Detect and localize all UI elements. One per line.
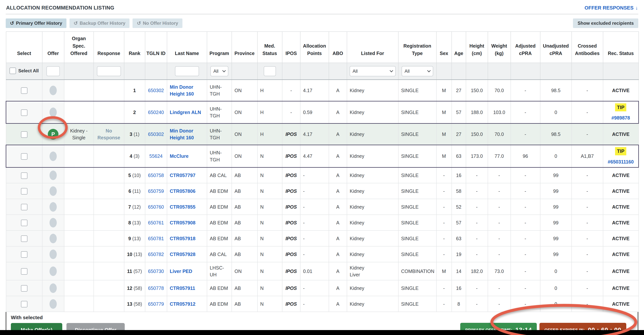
offer-radio[interactable] xyxy=(50,218,57,228)
primary-offer-history-button[interactable]: ↺ Primary Offer History xyxy=(6,18,66,28)
ipos-flag: IPOS xyxy=(286,204,297,210)
tgln-id-link[interactable]: 650778 xyxy=(148,286,164,291)
offer-radio[interactable] xyxy=(50,267,57,276)
tgln-id-link[interactable]: 650730 xyxy=(148,269,164,274)
rank-note: (13) xyxy=(132,252,142,257)
response-filter-input[interactable] xyxy=(97,66,121,76)
reg-cell: SINGLE xyxy=(398,101,436,123)
abo-cell: A xyxy=(329,215,347,231)
offer-radio[interactable] xyxy=(50,284,57,293)
tgln-id-link[interactable]: 650779 xyxy=(148,301,164,307)
last-name-filter-input[interactable] xyxy=(175,66,199,76)
show-excluded-recipients-button[interactable]: Show excluded recipients xyxy=(573,18,638,28)
last-name-link[interactable]: CTR057806 xyxy=(170,188,196,194)
tgln-id-link[interactable]: 650782 xyxy=(148,252,164,257)
last-name-link[interactable]: Lindgren ALN xyxy=(170,110,201,115)
abo-value: A xyxy=(336,153,340,159)
no-offer-history-button[interactable]: ↺ No Offer History xyxy=(132,18,182,28)
tgln-id-link[interactable]: 650758 xyxy=(148,173,164,178)
tgln-id-link[interactable]: 650302 xyxy=(148,88,164,93)
offer-radio[interactable] xyxy=(50,186,57,196)
registration-filter-select[interactable]: All xyxy=(402,66,433,76)
last-name-link[interactable]: CTR057855 xyxy=(170,204,196,210)
unadj-cell: 0 xyxy=(540,101,572,123)
listed-cell: Kidney xyxy=(347,215,398,231)
offer-radio[interactable] xyxy=(50,250,57,259)
organ-cell xyxy=(64,101,94,123)
last-name-link[interactable]: CTR057797 xyxy=(170,173,196,178)
tgln-id-link[interactable]: 55624 xyxy=(149,153,162,159)
row-checkbox[interactable] xyxy=(21,87,28,94)
select-all-checkbox[interactable] xyxy=(10,67,16,74)
row-checkbox[interactable] xyxy=(21,153,28,160)
select-cell xyxy=(6,231,42,246)
offer-radio[interactable] xyxy=(50,202,57,212)
province-cell: ON xyxy=(232,79,258,101)
med-value: N xyxy=(260,236,264,241)
offer-filter-input[interactable] xyxy=(46,66,60,76)
offer-radio[interactable] xyxy=(50,107,57,117)
row-checkbox[interactable] xyxy=(21,251,28,258)
abo-value: A xyxy=(336,236,340,241)
sex-value: - xyxy=(443,204,445,210)
organ-cell xyxy=(64,199,94,215)
province-value: AB xyxy=(234,188,241,194)
program-filter-select[interactable]: All xyxy=(210,66,228,76)
last-name-link[interactable]: Min Donor Height 160 xyxy=(170,84,194,96)
last-name-link[interactable]: CTR057911 xyxy=(170,286,195,291)
tgln-id-link[interactable]: 650760 xyxy=(148,204,164,210)
last-name-link[interactable]: CTR057912 xyxy=(170,301,196,307)
last-name-link[interactable]: McClure xyxy=(170,153,189,159)
offer-radio[interactable] xyxy=(50,234,57,243)
med-value: N xyxy=(260,220,264,225)
row-checkbox[interactable] xyxy=(21,220,28,226)
row-checkbox[interactable] xyxy=(21,172,28,179)
row-checkbox[interactable] xyxy=(21,301,28,308)
crossed-cell: - xyxy=(572,231,603,246)
offer-radio[interactable] xyxy=(50,86,57,95)
tip-reference-link[interactable]: #989878 xyxy=(606,114,636,121)
last-name-link[interactable]: Min Donor Height 160 xyxy=(170,128,194,140)
tgln-id-link[interactable]: 650302 xyxy=(148,131,164,137)
ipos-flag: IPOS xyxy=(286,188,297,194)
last-name-link[interactable]: CTR057928 xyxy=(170,252,196,257)
tip-reference-link[interactable]: #650311160 xyxy=(606,158,636,165)
adj-cell: - xyxy=(511,215,540,231)
last-name-link[interactable]: CTR057908 xyxy=(170,220,196,225)
row-checkbox[interactable] xyxy=(21,268,28,275)
organ-cell xyxy=(64,145,94,167)
offer-radio[interactable] xyxy=(50,299,57,309)
col-header-program: Program xyxy=(207,31,232,63)
backup-offer-history-button[interactable]: ↺ Backup Offer History xyxy=(70,18,130,28)
tgln-id-link[interactable]: 650761 xyxy=(148,220,164,225)
tgln-id-link[interactable]: 650759 xyxy=(148,188,164,194)
abo-value: A xyxy=(336,286,340,291)
adj-cell: - xyxy=(511,262,540,280)
row-checkbox[interactable] xyxy=(21,109,28,116)
row-checkbox[interactable] xyxy=(21,188,28,195)
offer-cell: P xyxy=(42,123,64,145)
listed-for-filter-select[interactable]: All xyxy=(350,66,396,76)
row-checkbox[interactable] xyxy=(21,204,28,210)
med-status-filter-input[interactable] xyxy=(264,66,276,76)
row-checkbox[interactable] xyxy=(21,236,28,242)
offer-radio[interactable] xyxy=(50,171,57,180)
offer-responses-link[interactable]: OFFER RESPONSES ↓ xyxy=(584,5,638,11)
tgln-id-link[interactable]: 650240 xyxy=(148,110,164,115)
recipient-status: ACTIVE xyxy=(612,252,630,257)
reg-cell: SINGLE xyxy=(398,167,436,183)
offer-radio[interactable] xyxy=(50,151,57,161)
abo-cell: A xyxy=(329,280,347,296)
col-header-abo: ABO xyxy=(329,31,347,63)
row-checkbox[interactable] xyxy=(21,131,28,138)
status-cell: ACTIVE xyxy=(603,231,639,246)
last-name-link[interactable]: CTR057918 xyxy=(170,236,196,241)
organ-cell: Kidney - Single xyxy=(64,123,94,145)
row-checkbox[interactable] xyxy=(21,285,28,292)
col-header-rec-status: Rec. Status xyxy=(603,31,639,63)
tgln-id-link[interactable]: 650781 xyxy=(148,236,164,241)
tip-badge: TIP xyxy=(615,103,626,111)
last-name-link[interactable]: Liver PED xyxy=(170,269,192,274)
abo-cell: A xyxy=(329,199,347,215)
unadj-value: 0 xyxy=(554,153,557,159)
